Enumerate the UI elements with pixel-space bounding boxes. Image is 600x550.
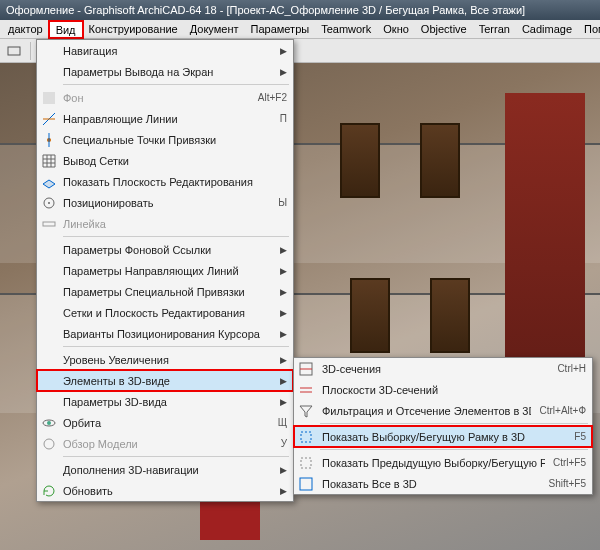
- menu-item-label: 3D-сечения: [322, 363, 549, 375]
- filter-icon: [298, 403, 314, 419]
- submenu-arrow-icon: ▶: [280, 397, 287, 407]
- door: [340, 123, 380, 198]
- submenu-arrow-icon: ▶: [280, 266, 287, 276]
- svg-rect-9: [43, 222, 55, 226]
- shortcut-label: Alt+F2: [258, 92, 287, 103]
- menu-separator: [63, 236, 289, 237]
- svg-point-11: [47, 421, 51, 425]
- submenu-item-6[interactable]: Показать Предыдущую Выборку/Бегущую Рамк…: [294, 452, 592, 473]
- view-menu-item-6[interactable]: Вывод Сетки: [37, 150, 293, 171]
- submenu-arrow-icon: ▶: [280, 308, 287, 318]
- view-menu-item-20[interactable]: ОрбитаЩ: [37, 412, 293, 433]
- menu-objective[interactable]: Objective: [415, 21, 473, 37]
- menu-параметры[interactable]: Параметры: [245, 21, 316, 37]
- view-menu-item-13[interactable]: Параметры Специальной Привязки▶: [37, 281, 293, 302]
- blank-icon: [41, 305, 57, 321]
- guide-icon: [41, 111, 57, 127]
- view-menu-item-21: Обзор МоделиУ: [37, 433, 293, 454]
- prev3d-icon: [298, 455, 314, 471]
- submenu-item-4[interactable]: Показать Выборку/Бегущую Рамку в 3DF5: [294, 426, 592, 447]
- view-menu-item-7[interactable]: Показать Плоскость Редактирования: [37, 171, 293, 192]
- menu-separator: [63, 84, 289, 85]
- menu-cadimage[interactable]: Cadimage: [516, 21, 578, 37]
- menu-вид[interactable]: Вид: [49, 21, 83, 38]
- menu-помощь[interactable]: Помощь: [578, 21, 600, 37]
- ruler-icon: [41, 216, 57, 232]
- shortcut-label: Ы: [278, 197, 287, 208]
- menu-окно[interactable]: Окно: [377, 21, 415, 37]
- shortcut-label: У: [281, 438, 287, 449]
- view-menu-item-5[interactable]: Специальные Точки Привязки: [37, 129, 293, 150]
- menu-item-label: Варианты Позиционирования Курсора: [63, 328, 274, 340]
- menu-item-label: Позиционировать: [63, 197, 270, 209]
- submenu-item-0[interactable]: 3D-сеченияCtrl+Н: [294, 358, 592, 379]
- menu-item-label: Параметры Направляющих Линий: [63, 265, 274, 277]
- view-menu-item-8[interactable]: ПозиционироватьЫ: [37, 192, 293, 213]
- menu-конструирование[interactable]: Конструирование: [83, 21, 184, 37]
- menu-item-label: Показать Выборку/Бегущую Рамку в 3D: [322, 431, 566, 443]
- bg-icon: [41, 90, 57, 106]
- blank-icon: [41, 326, 57, 342]
- sect-icon: [298, 361, 314, 377]
- menu-teamwork[interactable]: Teamwork: [315, 21, 377, 37]
- submenu-arrow-icon: ▶: [280, 287, 287, 297]
- menu-item-label: Фон: [63, 92, 250, 104]
- submenu-arrow-icon: ▶: [280, 465, 287, 475]
- view-menu-item-3: ФонAlt+F2: [37, 87, 293, 108]
- plane-icon: [41, 174, 57, 190]
- menu-item-label: Фильтрация и Отсечение Элементов в 3D...: [322, 405, 531, 417]
- svg-rect-15: [301, 432, 311, 442]
- submenu-item-1[interactable]: Плоскости 3D-сечений: [294, 379, 592, 400]
- svg-point-12: [44, 439, 54, 449]
- svg-rect-17: [300, 478, 312, 490]
- submenu-arrow-icon: ▶: [280, 329, 287, 339]
- blank-icon: [41, 462, 57, 478]
- menu-item-label: Орбита: [63, 417, 270, 429]
- shortcut-label: Ctrl+F5: [553, 457, 586, 468]
- tool-wall-icon[interactable]: [4, 41, 24, 61]
- menu-item-label: Обновить: [63, 485, 274, 497]
- view-menu-item-11[interactable]: Параметры Фоновой Ссылки▶: [37, 239, 293, 260]
- menu-terran[interactable]: Terran: [473, 21, 516, 37]
- door: [350, 278, 390, 353]
- menu-item-label: Показать Плоскость Редактирования: [63, 176, 287, 188]
- menu-item-label: Параметры Фоновой Ссылки: [63, 244, 274, 256]
- submenu-item-2[interactable]: Фильтрация и Отсечение Элементов в 3D...…: [294, 400, 592, 421]
- view-menu-item-23[interactable]: Дополнения 3D-навигации▶: [37, 459, 293, 480]
- menu-item-label: Показать Все в 3D: [322, 478, 540, 490]
- menu-дактор[interactable]: дактор: [2, 21, 49, 37]
- view-menu-item-18[interactable]: Элементы в 3D-виде▶: [37, 370, 293, 391]
- menu-separator: [63, 346, 289, 347]
- submenu-arrow-icon: ▶: [280, 46, 287, 56]
- blank-icon: [41, 263, 57, 279]
- svg-point-8: [48, 202, 50, 204]
- view-menu-item-4[interactable]: Направляющие ЛинииП: [37, 108, 293, 129]
- submenu-arrow-icon: ▶: [280, 486, 287, 496]
- shortcut-label: Ctrl+Alt+Ф: [539, 405, 586, 416]
- view-menu-item-15[interactable]: Варианты Позиционирования Курсора▶: [37, 323, 293, 344]
- view-menu-item-0[interactable]: Навигация▶: [37, 40, 293, 61]
- submenu-item-7[interactable]: Показать Все в 3DShift+F5: [294, 473, 592, 494]
- menu-separator: [63, 456, 289, 457]
- view-menu-item-12[interactable]: Параметры Направляющих Линий▶: [37, 260, 293, 281]
- shortcut-label: F5: [574, 431, 586, 442]
- blank-icon: [41, 64, 57, 80]
- elements-3d-submenu: 3D-сеченияCtrl+НПлоскости 3D-сеченийФиль…: [293, 357, 593, 495]
- view-menu-item-19[interactable]: Параметры 3D-вида▶: [37, 391, 293, 412]
- menu-item-label: Параметры Специальной Привязки: [63, 286, 274, 298]
- menu-item-label: Линейка: [63, 218, 287, 230]
- view-menu-item-14[interactable]: Сетки и Плоскость Редактирования▶: [37, 302, 293, 323]
- view-menu-item-1[interactable]: Параметры Вывода на Экран▶: [37, 61, 293, 82]
- window-titlebar: Оформление - Graphisoft ArchiCAD-64 18 -…: [0, 0, 600, 20]
- view-menu-item-24[interactable]: Обновить▶: [37, 480, 293, 501]
- view-menu-item-17[interactable]: Уровень Увеличения▶: [37, 349, 293, 370]
- view-menu-dropdown: Навигация▶Параметры Вывода на Экран▶ФонA…: [36, 39, 294, 502]
- menu-item-label: Специальные Точки Привязки: [63, 134, 287, 146]
- refresh-icon: [41, 483, 57, 499]
- blank-icon: [41, 394, 57, 410]
- shortcut-label: Щ: [278, 417, 287, 428]
- menu-документ[interactable]: Документ: [184, 21, 245, 37]
- menu-item-label: Обзор Модели: [63, 438, 273, 450]
- svg-rect-2: [43, 92, 55, 104]
- browse-icon: [41, 436, 57, 452]
